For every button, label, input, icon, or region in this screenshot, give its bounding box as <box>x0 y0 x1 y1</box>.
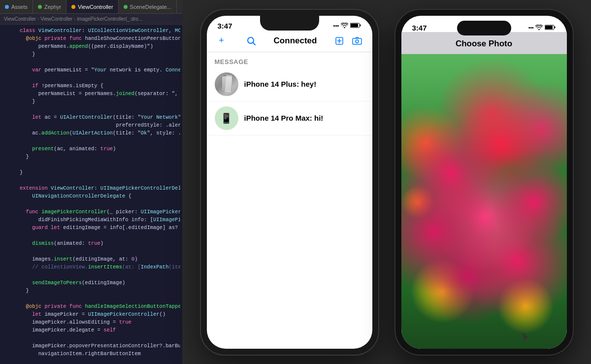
code-line <box>0 137 182 145</box>
compose-button[interactable] <box>332 34 346 48</box>
code-editor: Assets Zephyr ViewController SceneDelega… <box>0 0 182 364</box>
code-line: navigationItem.rightBarButtonItem <box>0 350 182 358</box>
code-line: } <box>0 168 182 176</box>
camera-button[interactable] <box>350 34 364 48</box>
tab-assets[interactable]: Assets <box>0 0 33 13</box>
promax-status-time: 3:47 <box>412 24 427 32</box>
svg-rect-8 <box>353 38 361 44</box>
nav-title: Connected <box>274 36 317 46</box>
promax-wifi-icon <box>535 24 543 32</box>
avatar-waterfall <box>215 72 238 96</box>
code-line: } <box>0 153 182 161</box>
breadcrumb: ViewController › ViewController › imageP… <box>0 14 182 25</box>
tab-icon <box>5 5 9 9</box>
code-line: preferredStyle: .alert) <box>0 121 182 129</box>
message-avatar-1 <box>215 72 238 96</box>
status-time: 3:47 <box>218 22 232 30</box>
code-line: class ViewController: UICollectionViewCo… <box>0 27 182 34</box>
svg-point-3 <box>248 37 254 43</box>
code-line <box>0 271 182 279</box>
svg-rect-11 <box>555 26 556 28</box>
message-sender-1: iPhone 14 Plus: hey! <box>244 80 364 88</box>
code-line <box>0 58 182 66</box>
code-line: ac.addAction(UIAlertAction(title: "Ok", … <box>0 129 182 137</box>
code-line: let ac = UIAlertController(title: "Your … <box>0 113 182 121</box>
code-content[interactable]: class ViewController: UICollectionViewCo… <box>0 25 182 364</box>
code-line: let imagePicker = UIImagePickerControlle… <box>0 310 182 318</box>
code-line <box>0 358 182 364</box>
tab-icon <box>71 5 75 9</box>
code-line: peerNames.append((peer.displayName)") <box>0 42 182 50</box>
simulator-area: 3:47 ▪▪▪ <box>182 0 591 364</box>
code-line: } <box>0 50 182 58</box>
dynamic-island <box>457 21 511 35</box>
code-line: } <box>0 287 182 295</box>
wifi-icon <box>341 22 348 30</box>
code-line <box>0 105 182 113</box>
flower-photo <box>401 54 567 349</box>
svg-rect-1 <box>360 24 361 26</box>
code-line: UINavigationControllerDelegate { <box>0 192 182 200</box>
code-line: if !peerNames.isEmpty { <box>0 82 182 90</box>
code-line <box>0 334 182 342</box>
code-line <box>0 176 182 184</box>
iphone-14-promax-device: 3:47 ••• <box>395 10 573 355</box>
code-line <box>0 247 182 255</box>
code-line: var peerNameList = "Your network is empt… <box>0 66 182 74</box>
tab-icon <box>124 5 128 9</box>
code-line: present(ac, animated: true) <box>0 145 182 153</box>
svg-rect-12 <box>545 26 553 29</box>
svg-rect-2 <box>351 24 358 27</box>
tab-zephyr[interactable]: Zephyr <box>33 0 66 13</box>
tab-viewcontroller[interactable]: ViewController <box>66 0 118 13</box>
code-line: imagePicker.delegate = self <box>0 326 182 334</box>
svg-point-9 <box>356 40 359 43</box>
tab-icon <box>38 5 42 9</box>
code-line: } <box>0 98 182 105</box>
promax-signal-icon: ••• <box>528 25 534 31</box>
code-line: extension ViewController: UIImagePickerC… <box>0 184 182 192</box>
code-line: @objc private func handleShowConnectionP… <box>0 34 182 42</box>
code-line <box>0 295 182 302</box>
code-line: dismiss(animated: true) <box>0 239 182 247</box>
message-item-2[interactable]: 📱 iPhone 14 Pro Max: hi! <box>207 101 372 135</box>
code-line <box>0 200 182 208</box>
search-button[interactable] <box>244 34 258 48</box>
code-line <box>0 161 182 168</box>
code-line: @objc private func handleImageSelectionB… <box>0 302 182 310</box>
code-line: peerNameList = peerNames.joined(separato… <box>0 90 182 98</box>
code-line: didFinishPickingMediaWithInfo info: [UII… <box>0 216 182 224</box>
message-sender-2: iPhone 14 Pro Max: hi! <box>244 114 364 122</box>
iphone-14-plus-device: 3:47 ▪▪▪ <box>201 10 378 355</box>
promax-battery-icon <box>545 24 556 32</box>
code-line: images.insert(editingImage, at: 0) <box>0 255 182 263</box>
notch <box>260 16 319 31</box>
code-line <box>0 232 182 239</box>
tab-scenedelegate[interactable]: SceneDelegate... <box>119 0 177 13</box>
code-line: imagePicker.allowsEditing = true <box>0 318 182 326</box>
svg-line-4 <box>253 43 255 45</box>
message-content-1: iPhone 14 Plus: hey! <box>244 80 364 88</box>
message-avatar-2: 📱 <box>215 106 238 130</box>
code-line: sendImageToPeers(editingImage) <box>0 279 182 287</box>
message-content-2: iPhone 14 Pro Max: hi! <box>244 114 364 122</box>
promax-status-icons: ••• <box>528 24 556 32</box>
battery-icon <box>350 22 361 30</box>
code-line <box>0 74 182 82</box>
message-item-1[interactable]: iPhone 14 Plus: hey! <box>207 67 372 101</box>
add-button[interactable]: + <box>215 34 229 48</box>
iphone-14-promax-screen: 3:47 ••• <box>401 16 567 349</box>
code-line: imagePicker.popoverPresentationControlle… <box>0 342 182 350</box>
code-line: func imagePickerController(_ picker: UII… <box>0 208 182 216</box>
signal-icon: ▪▪▪ <box>333 23 339 29</box>
code-line: // collectionView.insertItems(at: [Index… <box>0 263 182 271</box>
nav-bar: + Connected <box>207 30 372 52</box>
photo-display <box>401 54 567 349</box>
iphone-14-plus-screen: 3:47 ▪▪▪ <box>207 16 372 349</box>
nav-icons-right <box>332 34 364 48</box>
editor-tab-bar: Assets Zephyr ViewController SceneDelega… <box>0 0 182 14</box>
cursor <box>522 331 527 340</box>
status-icons: ▪▪▪ <box>333 22 361 30</box>
message-list: iPhone 14 Plus: hey! 📱 iPhone 14 Pro Max… <box>207 67 372 135</box>
code-line: guard let editingImage = info[.editedIma… <box>0 224 182 232</box>
